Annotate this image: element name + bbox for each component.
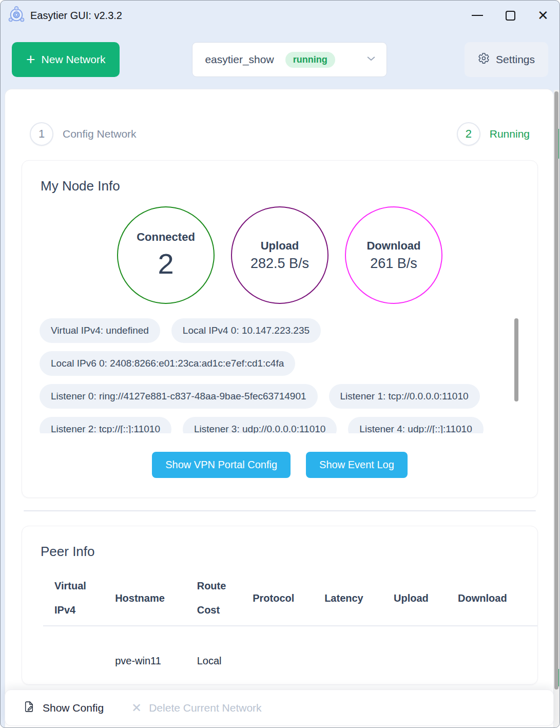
cell-hostname: pve-win11 — [115, 626, 197, 667]
tag-local-ipv4: Local IPv4 0: 10.147.223.235 — [171, 318, 321, 343]
gear-icon — [478, 52, 490, 67]
window-scrollbar-thumb[interactable] — [554, 91, 558, 689]
stat-value-connected: 2 — [158, 247, 173, 280]
show-config-button[interactable]: Show Config — [23, 700, 104, 716]
col-route-cost: Route Cost — [197, 574, 253, 626]
section-divider — [24, 510, 536, 511]
tag-listener-2: Listener 2: tcp://[::]:11010 — [40, 417, 171, 433]
chevron-down-icon — [366, 53, 376, 66]
tag-listener-4: Listener 4: udp://[::]:11010 — [348, 417, 483, 433]
steps: 1 Config Network 2 Running — [22, 122, 538, 146]
node-tags: Virtual IPv4: undefined Local IPv4 0: 10… — [40, 318, 523, 433]
tag-listener-3: Listener 3: udp://0.0.0.0:11010 — [183, 417, 337, 433]
stat-value-upload: 282.5 B/s — [250, 256, 309, 272]
x-icon: ✕ — [131, 702, 142, 714]
cell-upload — [394, 626, 458, 667]
step-running: 2 Running — [457, 122, 530, 146]
minimize-icon — [472, 15, 483, 16]
tag-virtual-ipv4: Virtual IPv4: undefined — [40, 318, 160, 343]
stat-label-connected: Connected — [137, 231, 195, 244]
cell-protocol — [253, 626, 324, 667]
delete-network-button[interactable]: ✕ Delete Current Network — [131, 702, 262, 714]
document-edit-icon — [23, 700, 35, 716]
footer-bar: Show Config ✕ Delete Current Network — [5, 689, 554, 726]
peer-info-card: Peer Info Virtual IPv4 Hostname Route Co… — [22, 526, 538, 685]
col-latency: Latency — [324, 574, 394, 626]
stat-label-upload: Upload — [261, 239, 299, 253]
network-select[interactable]: easytier_show running — [192, 42, 387, 77]
col-hostname: Hostname — [115, 574, 197, 626]
step-2-label: Running — [490, 128, 530, 140]
step-config-network: 1 Config Network — [30, 122, 137, 146]
minimize-button[interactable] — [461, 1, 494, 30]
tag-local-ipv6: Local IPv6 0: 2408:8266:e01:23ca:ad1c:e7… — [40, 351, 295, 376]
col-upload: Upload — [394, 574, 458, 626]
col-virtual-ipv4: Virtual IPv4 — [43, 574, 115, 626]
stat-circle-1: Upload 282.5 B/s — [231, 206, 329, 304]
show-config-label: Show Config — [43, 702, 104, 714]
settings-label: Settings — [496, 53, 535, 66]
stat-circle-2: Download 261 B/s — [345, 206, 442, 304]
close-button[interactable]: ✕ — [527, 1, 559, 30]
peer-info-title: Peer Info — [41, 544, 537, 560]
cell-latency — [324, 626, 394, 667]
plus-icon: + — [26, 52, 35, 67]
app-logo-icon — [8, 6, 25, 25]
tags-scrollbar-thumb[interactable] — [514, 318, 518, 401]
titlebar: Easytier GUI: v2.3.2 ✕ — [1, 1, 559, 30]
maximize-icon — [506, 11, 515, 21]
window-controls: ✕ — [461, 1, 559, 30]
peer-table: Virtual IPv4 Hostname Route Cost Protoco… — [43, 574, 537, 667]
new-network-label: New Network — [42, 53, 106, 66]
stats-row: Connected 2 Upload 282.5 B/s Download 26… — [22, 206, 537, 304]
step-1-circle: 1 — [30, 122, 53, 146]
step-1-label: Config Network — [63, 128, 137, 140]
node-info-card: My Node Info Connected 2 Upload 282.5 B/… — [22, 160, 538, 498]
new-network-button[interactable]: + New Network — [12, 42, 120, 77]
node-actions: Show VPN Portal Config Show Event Log — [22, 452, 537, 478]
node-info-title: My Node Info — [41, 178, 537, 194]
network-status-badge: running — [285, 52, 335, 68]
settings-button[interactable]: Settings — [465, 42, 548, 77]
peer-table-row: pve-win11 Local — [43, 626, 537, 667]
stat-circle-0: Connected 2 — [117, 206, 215, 304]
cell-route-cost: Local — [197, 626, 253, 667]
cell-virtual-ipv4 — [43, 626, 115, 667]
tag-listener-1: Listener 1: tcp://0.0.0.0:11010 — [329, 384, 480, 409]
main-panel: 1 Config Network 2 Running My Node Info … — [5, 89, 554, 727]
close-icon: ✕ — [537, 9, 549, 22]
step-2-circle: 2 — [457, 122, 480, 146]
show-vpn-portal-config-button[interactable]: Show VPN Portal Config — [152, 452, 291, 478]
tag-listener-0: Listener 0: ring://4127e881-c837-48aa-9b… — [40, 384, 318, 409]
window-scrollbar — [554, 90, 559, 727]
stat-value-download: 261 B/s — [370, 256, 417, 272]
show-event-log-button[interactable]: Show Event Log — [306, 452, 408, 478]
peer-table-header-row: Virtual IPv4 Hostname Route Cost Protoco… — [43, 574, 537, 626]
col-download: Download — [458, 574, 537, 626]
node-tags-area: Virtual IPv4: undefined Local IPv4 0: 10… — [40, 318, 523, 433]
cell-download — [458, 626, 537, 667]
app-window: Easytier GUI: v2.3.2 ✕ + New Network eas… — [0, 0, 560, 728]
toolbar: + New Network easytier_show running Sett… — [1, 30, 559, 89]
maximize-button[interactable] — [494, 1, 527, 30]
stat-label-download: Download — [366, 239, 420, 253]
window-title: Easytier GUI: v2.3.2 — [30, 10, 122, 22]
col-protocol: Protocol — [253, 574, 324, 626]
delete-network-label: Delete Current Network — [149, 702, 261, 714]
network-select-value: easytier_show — [205, 53, 274, 66]
